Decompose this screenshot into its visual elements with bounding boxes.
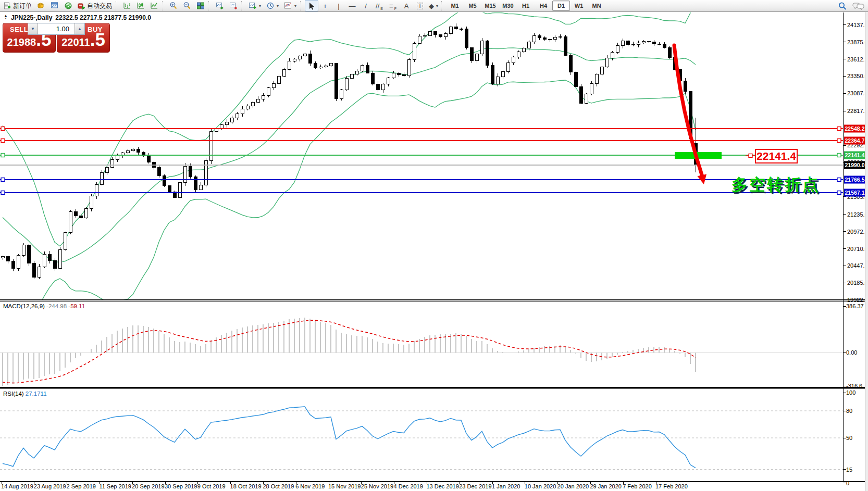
line-handle[interactable]	[837, 154, 841, 157]
candle-body	[486, 41, 489, 66]
candle-body	[345, 79, 348, 90]
profiles-button[interactable]	[34, 0, 48, 11]
candle-body	[454, 27, 457, 29]
timeframe-button-d1[interactable]: D1	[552, 1, 570, 11]
toolbar-separator	[162, 1, 166, 10]
line-handle[interactable]	[837, 191, 841, 195]
step-forward-icon	[229, 2, 238, 10]
candle-body	[84, 209, 88, 218]
candle-body	[376, 84, 379, 90]
cursor-icon	[308, 2, 315, 10]
line-handle[interactable]	[1, 154, 5, 157]
candle-body	[433, 32, 437, 35]
timeframe-button-mn[interactable]: MN	[588, 1, 605, 11]
timeframe-button-w1[interactable]: W1	[570, 1, 588, 11]
line-chart-icon	[150, 2, 158, 10]
one-click-collapse-marker[interactable]: ▲ ▾	[4, 15, 8, 20]
candle-body	[397, 73, 400, 74]
price-badge-label: 22141.4	[845, 152, 865, 158]
line-handle[interactable]	[837, 178, 841, 182]
candle-body	[137, 149, 140, 153]
candle-body	[460, 29, 463, 29]
text-label-tool[interactable]: T	[413, 0, 427, 11]
candle-body	[251, 103, 254, 106]
line-handle[interactable]	[837, 139, 841, 143]
candle-body	[392, 73, 395, 78]
horizontal-line-tool[interactable]: —	[345, 0, 359, 11]
rsi-axis-label: 50	[846, 435, 852, 441]
date-tick-label: 11 Sep 2019	[99, 483, 131, 489]
timeframe-button-m1[interactable]: M1	[446, 1, 464, 11]
toolbar-separator	[300, 1, 304, 10]
price-level-label[interactable]: 22141.4	[755, 149, 798, 163]
label-handle[interactable]	[749, 154, 752, 158]
volume-decrease-button[interactable]: ▼	[28, 23, 38, 34]
candle-body	[475, 54, 478, 61]
candle-body	[48, 254, 51, 260]
text-tool[interactable]: A	[400, 0, 413, 11]
trendline-tool[interactable]: /	[359, 0, 373, 11]
turning-point-note[interactable]: 多空转折点	[731, 174, 820, 196]
candle-body	[579, 87, 582, 104]
timeframe-button-m30[interactable]: M30	[499, 1, 517, 11]
timeframe-button-m15[interactable]: M15	[481, 1, 499, 11]
market-watch-button[interactable]	[48, 0, 61, 11]
candle-body	[319, 67, 322, 68]
equidistant-channel-tool[interactable]: //E	[373, 0, 386, 11]
crosshair-tool[interactable]: +	[318, 0, 332, 11]
candle-body	[293, 59, 296, 61]
line-handle[interactable]	[837, 127, 841, 131]
line-handle[interactable]	[1, 178, 5, 182]
candle-body	[361, 65, 364, 71]
price-badge-label: 21567.1	[845, 190, 865, 196]
candle-body	[230, 118, 233, 122]
candle-body	[444, 33, 447, 37]
line-handle[interactable]	[1, 127, 5, 131]
rsi-axis-label: 0	[846, 480, 849, 486]
candle-body	[371, 73, 374, 84]
date-tick-label: 29 Jan 2020	[590, 483, 622, 489]
candle-body	[32, 263, 35, 278]
price-badge-label: 22364.7	[845, 137, 865, 144]
date-tick-label: 7 Feb 2020	[623, 483, 652, 489]
line-chart-button[interactable]	[147, 0, 161, 11]
candlestick-chart-button[interactable]	[134, 0, 147, 11]
rsi-pane	[0, 407, 843, 470]
timeframe-button-h1[interactable]: H1	[517, 1, 535, 11]
candle-body	[532, 35, 536, 42]
search-icon[interactable]	[838, 2, 847, 11]
navigator-button[interactable]	[61, 0, 75, 11]
vertical-line-tool[interactable]: |	[332, 0, 345, 11]
arrows-tool[interactable]: ◆▾	[427, 0, 440, 11]
chart-title: ▲ ▾ JPN225-,Daily 22322.5 22717.5 21877.…	[4, 14, 151, 21]
price-badge-label: 21766.5	[845, 177, 865, 183]
cursor-tool[interactable]	[305, 0, 318, 11]
new-order-button[interactable]: 新订单	[1, 0, 34, 11]
chart-canvas[interactable]: 24137.523875.023612.523350.023087.522817…	[0, 0, 868, 491]
tile-windows-button[interactable]	[194, 0, 207, 11]
autotrading-button[interactable]: 自动交易	[75, 0, 115, 11]
timeframe-button-h4[interactable]: H4	[535, 1, 552, 11]
arrange-windows-button[interactable]	[213, 0, 227, 11]
periods-button[interactable]: ▾	[264, 0, 281, 11]
indicators-button[interactable]: ▾	[281, 0, 299, 11]
line-handle[interactable]	[1, 191, 5, 195]
chat-icon[interactable]	[852, 2, 865, 11]
candle-body	[381, 84, 385, 90]
candle-body	[105, 167, 108, 172]
rsi-axis-label: 15	[846, 467, 852, 473]
new-chart-button[interactable]: ▾	[246, 0, 264, 11]
bar-chart-button[interactable]	[120, 0, 134, 11]
bar-chart-icon	[123, 2, 131, 10]
tile-windows-icon	[196, 2, 205, 10]
zoom-out-button[interactable]	[180, 0, 194, 11]
step-forward-button[interactable]	[227, 0, 240, 11]
zoom-in-button[interactable]	[167, 0, 180, 11]
fibonacci-tool[interactable]: ≡F	[386, 0, 400, 11]
volume-value[interactable]: 1.00	[38, 23, 75, 34]
volume-increase-button[interactable]: ▲	[75, 23, 84, 34]
candle-body	[423, 35, 426, 36]
line-handle[interactable]	[1, 139, 5, 143]
candle-body	[110, 159, 114, 167]
timeframe-button-m5[interactable]: M5	[464, 1, 481, 11]
